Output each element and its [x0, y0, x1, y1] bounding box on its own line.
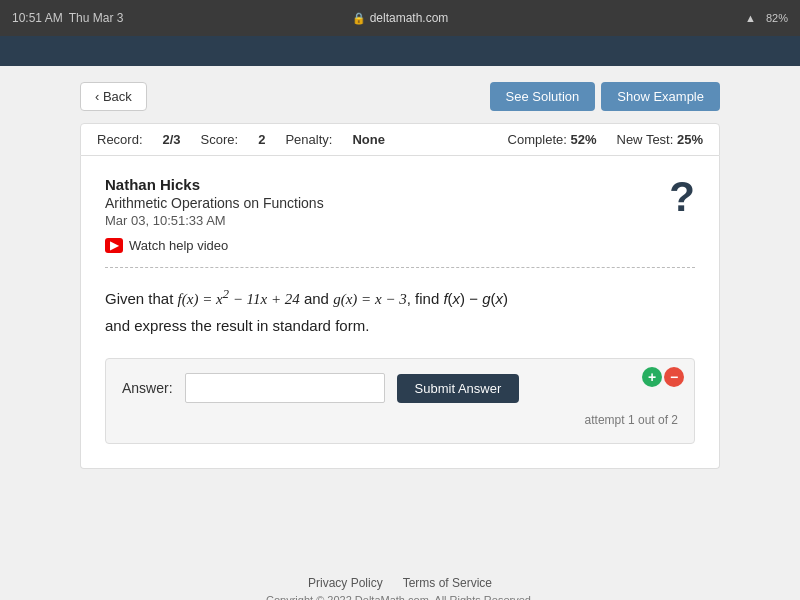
- answer-label: Answer:: [122, 380, 173, 396]
- nav-bar: [0, 36, 800, 66]
- footer: Privacy Policy Terms of Service Copyrigh…: [0, 556, 800, 600]
- watch-video-label: Watch help video: [129, 238, 228, 253]
- back-button[interactable]: ‹ Back: [80, 82, 147, 111]
- terms-of-service-link[interactable]: Terms of Service: [403, 576, 492, 590]
- f-definition: f(x) = x2 − 11x + 24: [178, 291, 300, 307]
- problem-text: Given that f(x) = x2 − 11x + 24 and g(x)…: [105, 284, 695, 338]
- browser-time: 10:51 AM Thu Mar 3: [12, 11, 123, 25]
- problem-intro: Given that: [105, 290, 178, 307]
- score-label: Score:: [201, 132, 239, 147]
- complete-label: Complete:: [508, 132, 567, 147]
- timestamp: Mar 03, 10:51:33 AM: [105, 213, 695, 228]
- watch-video-link[interactable]: ▶ Watch help video: [105, 238, 695, 253]
- battery-icon: 82%: [766, 12, 788, 24]
- record-value: 2/3: [163, 132, 181, 147]
- zoom-out-button[interactable]: −: [664, 367, 684, 387]
- penalty-label: Penalty:: [285, 132, 332, 147]
- help-icon: ?: [669, 176, 695, 218]
- g-definition: g(x) = x − 3: [333, 291, 407, 307]
- instruction: , find f(x) − g(x): [407, 290, 508, 307]
- back-label: ‹ Back: [95, 89, 132, 104]
- record-label: Record:: [97, 132, 143, 147]
- stats-right: Complete: 52% New Test: 25%: [508, 132, 703, 147]
- footer-links: Privacy Policy Terms of Service: [0, 576, 800, 590]
- see-solution-button[interactable]: See Solution: [490, 82, 596, 111]
- answer-area: + − Answer: Submit Answer attempt 1 out …: [105, 358, 695, 444]
- youtube-icon: ▶: [105, 238, 123, 253]
- attempt-text: attempt 1 out of 2: [122, 413, 678, 427]
- new-test-value: 25%: [677, 132, 703, 147]
- new-test-label: New Test:: [617, 132, 674, 147]
- browser-status: ▲ 82%: [745, 12, 788, 24]
- complete-value: 52%: [570, 132, 596, 147]
- zoom-controls: + −: [642, 367, 684, 387]
- show-example-button[interactable]: Show Example: [601, 82, 720, 111]
- stats-bar: Record: 2/3 Score: 2 Penalty: None Compl…: [80, 123, 720, 156]
- action-row: ‹ Back See Solution Show Example: [80, 82, 720, 111]
- score-value: 2: [258, 132, 265, 147]
- student-name: Nathan Hicks: [105, 176, 695, 193]
- wifi-icon: ▲: [745, 12, 756, 24]
- penalty-value: None: [352, 132, 385, 147]
- topic-name: Arithmetic Operations on Functions: [105, 195, 695, 211]
- browser-url: 🔒 deltamath.com: [352, 11, 449, 25]
- lock-icon: 🔒: [352, 12, 366, 25]
- conjunction: and: [300, 290, 333, 307]
- submit-button[interactable]: Submit Answer: [397, 374, 520, 403]
- zoom-in-button[interactable]: +: [642, 367, 662, 387]
- browser-bar: 10:51 AM Thu Mar 3 🔒 deltamath.com ▲ 82%: [0, 0, 800, 36]
- instruction2: and express the result in standard form.: [105, 317, 369, 334]
- divider: [105, 267, 695, 268]
- answer-input[interactable]: [185, 373, 385, 403]
- problem-card: ? Nathan Hicks Arithmetic Operations on …: [80, 156, 720, 469]
- answer-row: Answer: Submit Answer: [122, 373, 678, 403]
- main-content: ‹ Back See Solution Show Example Record:…: [0, 66, 800, 556]
- privacy-policy-link[interactable]: Privacy Policy: [308, 576, 383, 590]
- footer-copyright: Copyright © 2022 DeltaMath.com. All Righ…: [0, 594, 800, 600]
- button-group: See Solution Show Example: [490, 82, 720, 111]
